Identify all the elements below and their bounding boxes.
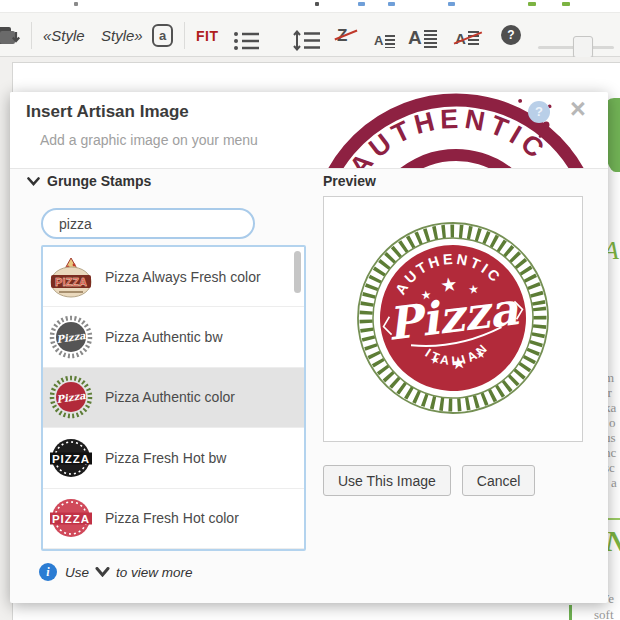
info-icon: i [39,563,57,581]
stamp-thumbnail-fresh-hot-bw: PIZZA [49,436,93,480]
list-item[interactable]: PIZZA Pizza Always Fresh color [43,247,304,307]
text-fragment [74,2,78,6]
fit-button[interactable]: FIT [196,28,219,44]
help-icon[interactable]: ? [501,25,521,45]
use-this-image-button[interactable]: Use This Image [323,465,451,496]
zoom-slider-thumb[interactable] [573,36,593,58]
link-fragment [448,2,455,6]
stamp-list: PIZZA Pizza Always Fresh color Pizza Piz… [41,245,306,551]
text-fragment: soft [594,607,614,620]
list-item-selected[interactable]: Pizza Pizza Authentic color [43,368,304,428]
link-fragment [358,2,365,6]
list-item-label: Pizza Authentic color [105,389,235,405]
toolbar-divider [31,22,32,49]
screen: «Style Style» a FIT Z A A A [0,0,620,620]
hint-prefix: Use [65,565,89,580]
cancel-button[interactable]: Cancel [462,465,536,496]
block-letter: A [408,27,422,49]
text-fragment [315,2,319,6]
dialog-actions: Use This Image Cancel [323,465,535,496]
formatting-toolbar: «Style Style» a FIT Z A A A [0,12,620,57]
stamp-thumbnail-authentic-color: Pizza [49,375,93,419]
green-fragment [562,2,570,6]
dialog-help-button[interactable]: ? [528,101,550,123]
block-letter: A [374,33,383,48]
link-fragment [388,2,395,6]
preview-box: AUTHENTIC ★ ★ ★ Pizza ★ ★ ★ ITALIAN [323,196,583,442]
style-next-button[interactable]: Style» [101,27,143,44]
svg-text:PIZZA: PIZZA [55,275,87,287]
hint-suffix: to view more [116,565,193,580]
preview-stamp-image: AUTHENTIC ★ ★ ★ Pizza ★ ★ ★ ITALIAN [324,197,582,441]
list-item[interactable]: PIZZA Pizza Fresh Hot color [43,489,304,549]
view-more-hint: i Use to view more [39,563,193,581]
list-item[interactable]: PIZZA Pizza Fresh Hot bw [43,428,304,488]
text-block-small-icon[interactable]: A [374,33,395,48]
green-line-fragment [569,605,572,620]
strike-z-icon[interactable]: Z [337,26,347,46]
list-scrollbar[interactable] [294,251,301,293]
list-item[interactable]: Pizza Pizza Authentic bw [43,307,304,367]
paragraph-stripes [424,30,437,49]
style-badge-icon[interactable]: a [152,24,173,47]
paragraph-stripes [385,35,395,48]
style-prev-button[interactable]: «Style [43,27,85,44]
header-stamp-decoration: AUTHENTIC [318,92,606,169]
close-icon[interactable]: × [570,94,586,124]
toolbar-divider [184,22,185,49]
line-spacing-icon[interactable] [293,30,321,51]
svg-text:PIZZA: PIZZA [52,452,90,464]
stamp-thumbnail-fresh-hot-color: PIZZA [49,496,93,540]
svg-text:PIZZA: PIZZA [52,513,90,525]
top-clipped-row [0,0,620,12]
green-fragment [528,2,536,6]
list-item-label: Pizza Fresh Hot color [105,510,239,526]
chevron-down-icon [27,177,40,186]
list-item-label: Pizza Authentic bw [105,329,223,345]
chevron-down-icon [95,567,110,577]
text-block-strike-icon[interactable]: A [455,30,479,47]
search-input[interactable] [41,208,255,239]
category-label: Grunge Stamps [47,173,151,189]
dialog-title: Insert Artisan Image [26,102,189,122]
category-toggle[interactable]: Grunge Stamps [27,173,151,189]
stamp-thumbnail-authentic-bw: Pizza [49,315,93,359]
dialog-subtitle: Add a graphic image on your menu [40,132,258,148]
text-block-large-icon[interactable]: A [408,27,437,49]
move-block-icon[interactable] [0,24,21,50]
stamp-thumbnail-always-fresh-color: PIZZA [49,255,93,299]
numbered-list-icon[interactable] [233,30,260,51]
list-item-label: Pizza Always Fresh color [105,269,261,285]
preview-label: Preview [323,173,376,189]
insert-artisan-image-dialog: AUTHENTIC ? × Insert Artisan Image Add a… [10,92,608,603]
list-item-label: Pizza Fresh Hot bw [105,450,226,466]
